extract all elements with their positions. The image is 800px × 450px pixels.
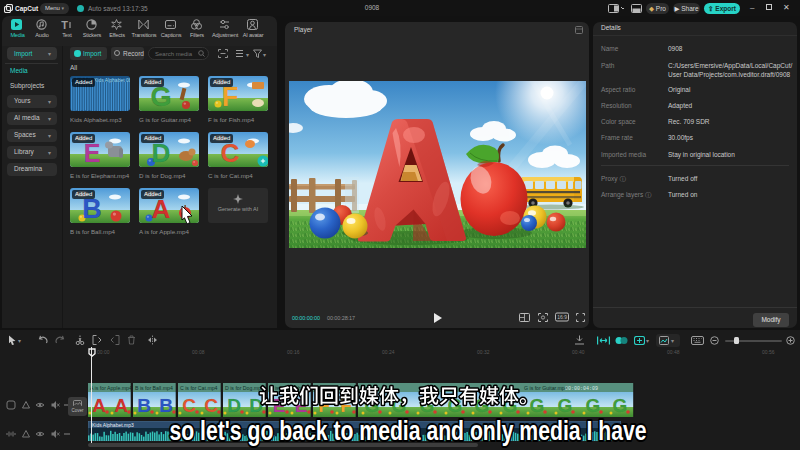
svg-text:Kids Alphabet 08:18: Kids Alphabet 08:18 (94, 77, 130, 83)
svg-text:so let's go back to media and: so let's go back to media and only media… (170, 415, 647, 446)
svg-text:E: E (84, 139, 101, 167)
svg-text:T: T (61, 19, 68, 30)
svg-text:B: B (137, 395, 151, 416)
svg-text:A: A (92, 395, 106, 416)
svg-text:B is for Ball.mp4: B is for Ball.mp4 (135, 385, 173, 391)
svg-text:00:00:04:09: 00:00:04:09 (565, 386, 598, 392)
svg-text:A is for Apple.mp4: A is for Apple.mp4 (90, 385, 132, 391)
svg-text:A: A (114, 395, 128, 416)
svg-text:16:9: 16:9 (557, 314, 567, 320)
svg-text:Kids Alphabet.mp3: Kids Alphabet.mp3 (92, 422, 134, 428)
svg-text:C is for Cat.mp4: C is for Cat.mp4 (180, 385, 218, 391)
